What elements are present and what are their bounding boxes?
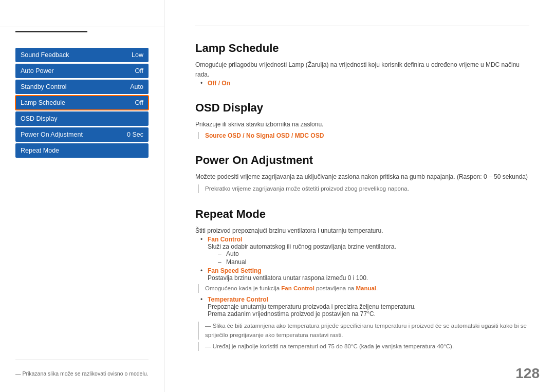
menu-item-1[interactable]: Auto PowerOff [15,64,149,78]
menu-item-label-4: OSD Display [21,115,58,122]
power-on-adjustment-note: Prekratko vrijeme zagrijavanja može ošte… [198,184,529,193]
fan-control-note-orange1: Fan Control [281,285,314,291]
menu-item-label-1: Auto Power [21,67,54,74]
repeat-mode-body: Štiti proizvod prepoznajući brzinu venti… [195,226,529,236]
temperature-control-list: Temperature Control Prepoznaje unutarnju… [200,296,529,318]
page-number: 128 [515,365,540,382]
fan-control-sub-list: Auto Manual [218,250,529,266]
menu-item-label-6: Repeat Mode [21,147,59,154]
menu-item-4[interactable]: OSD Display [15,111,149,126]
sidebar-note: ― Prikazana slika može se razlikovati ov… [15,360,149,377]
temperature-control-label: Temperature Control [208,296,268,303]
osd-display-title: OSD Display [195,101,529,115]
menu-item-6[interactable]: Repeat Mode [15,143,149,158]
fan-control-note-orange2: Manual [356,285,376,291]
fan-control-desc: Služi za odabir automatskog ili ručnog p… [208,243,396,250]
main-content: Lamp Schedule Omogućuje prilagodbu vrije… [164,0,555,392]
repeat-mode-note2: ― Uređaj je najbolje koristiti na temper… [198,342,529,351]
power-on-adjustment-title: Power On Adjustment [195,154,529,167]
sidebar: Sound FeedbackLowAuto PowerOffStandby Co… [0,0,164,392]
repeat-mode-note1: ― Slika će biti zatamnjena ako temperatu… [198,322,529,340]
fan-control-manual: Manual [218,258,529,266]
power-on-adjustment-body: Možete podesiti vrijeme zagrijavanja za … [195,172,529,182]
temperature-control-desc: Prepoznaje unutarnju temperaturu proizvo… [208,303,416,310]
fan-control-label: Fan Control [208,236,242,243]
lamp-schedule-item: Off / On [200,80,529,87]
fan-speed-item: Fan Speed Setting Postavlja brzinu venti… [200,267,529,282]
lamp-schedule-list: Off / On [200,80,529,87]
menu-item-value-2: Auto [130,83,143,90]
section-osd-display: OSD Display Prikazuje ili skriva stavku … [195,101,529,139]
menu-item-value-1: Off [135,67,143,74]
section-lamp-schedule: Lamp Schedule Omogućuje prilagodbu vrije… [195,42,529,87]
menu-item-value-3: Off [135,99,143,106]
menu-item-label-5: Power On Adjustment [21,131,83,138]
menu-item-value-5: 0 Sec [127,131,143,138]
menu-item-value-0: Low [132,51,143,59]
temperature-control-item: Temperature Control Prepoznaje unutarnju… [200,296,529,318]
lamp-schedule-title: Lamp Schedule [195,42,529,55]
menu-item-label-3: Lamp Schedule [21,99,65,106]
menu-item-label-2: Standby Control [21,83,67,90]
fan-speed-desc: Postavlja brzinu ventilatora unutar rasp… [208,274,368,282]
sidebar-top-line [15,31,87,32]
temperature-control-desc2: Prema zadanim vrijednostima proizvod je … [208,310,376,318]
osd-source-text: Source OSD / No Signal OSD / MDC OSD [205,132,324,139]
menu-item-5[interactable]: Power On Adjustment0 Sec [15,127,149,142]
osd-display-body: Prikazuje ili skriva stavku izbornika na… [195,120,529,129]
page-container: Sound FeedbackLowAuto PowerOffStandby Co… [0,0,555,392]
lamp-schedule-body: Omogućuje prilagodbu vrijednosti Lamp (Ž… [195,60,529,80]
menu-item-0[interactable]: Sound FeedbackLow [15,48,149,62]
outer-top-line [0,27,164,27]
fan-speed-label: Fan Speed Setting [208,267,262,274]
repeat-mode-list: Fan Control Služi za odabir automatskog … [200,236,529,282]
fan-control-item: Fan Control Služi za odabir automatskog … [200,236,529,266]
menu-item-3[interactable]: Lamp ScheduleOff [15,96,149,110]
menu-item-label-0: Sound Feedback [21,51,69,59]
menu-item-2[interactable]: Standby ControlAuto [15,80,149,94]
section-power-on-adjustment: Power On Adjustment Možete podesiti vrij… [195,154,529,193]
section-repeat-mode: Repeat Mode Štiti proizvod prepoznajući … [195,208,529,351]
menu-list: Sound FeedbackLowAuto PowerOffStandby Co… [15,48,149,159]
lamp-schedule-item-text: Off / On [208,80,230,87]
osd-source-line: Source OSD / No Signal OSD / MDC OSD [198,132,529,139]
fan-control-auto: Auto [218,250,529,257]
repeat-mode-title: Repeat Mode [195,208,529,221]
fan-control-note: Omogućeno kada je funkcija Fan Control p… [198,284,529,293]
top-divider [195,26,529,26]
